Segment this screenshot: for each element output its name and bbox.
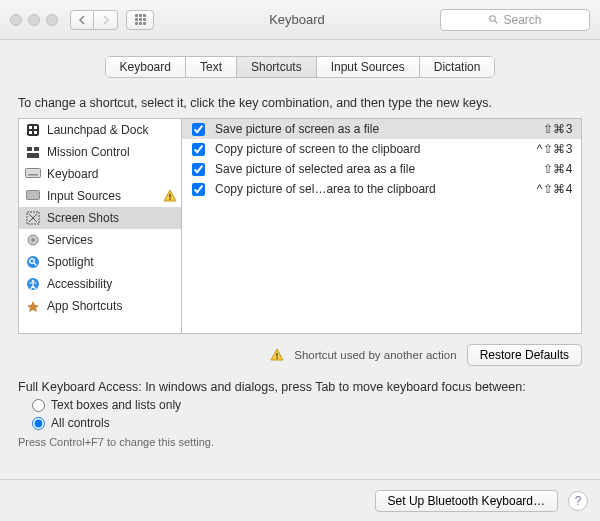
back-button[interactable]	[70, 10, 94, 30]
bluetooth-keyboard-button[interactable]: Set Up Bluetooth Keyboard…	[375, 490, 558, 512]
category-label: Mission Control	[47, 145, 130, 159]
shortcut-enable-checkbox[interactable]	[192, 163, 205, 176]
shortcut-keys[interactable]: ^⇧⌘4	[537, 182, 573, 196]
category-label: Accessibility	[47, 277, 112, 291]
help-button[interactable]: ?	[568, 491, 588, 511]
shortcut-keys[interactable]: ⇧⌘3	[543, 122, 573, 136]
svg-rect-10	[26, 169, 41, 178]
fka-label: Text boxes and lists only	[51, 398, 181, 412]
svg-rect-4	[34, 126, 37, 129]
svg-rect-12	[27, 191, 40, 200]
warning-icon	[163, 189, 177, 203]
svg-rect-8	[34, 147, 39, 151]
shortcut-row[interactable]: Save picture of screen as a file ⇧⌘3	[182, 119, 581, 139]
category-label: Keyboard	[47, 167, 98, 181]
tab-keyboard[interactable]: Keyboard	[106, 57, 186, 77]
category-accessibility[interactable]: Accessibility	[19, 273, 181, 295]
titlebar: Keyboard Search	[0, 0, 600, 40]
show-all-button[interactable]	[126, 10, 154, 30]
below-list-row: Shortcut used by another action Restore …	[18, 344, 582, 366]
svg-point-0	[490, 16, 496, 22]
category-label: Launchpad & Dock	[47, 123, 148, 137]
mission-control-icon	[25, 144, 41, 160]
shortcut-keys[interactable]: ⇧⌘4	[543, 162, 573, 176]
nav-buttons	[70, 10, 118, 30]
category-label: Spotlight	[47, 255, 94, 269]
category-spotlight[interactable]: Spotlight	[19, 251, 181, 273]
fka-radio-all-controls[interactable]	[32, 417, 45, 430]
footer: Set Up Bluetooth Keyboard… ?	[0, 479, 600, 521]
instruction-text: To change a shortcut, select it, click t…	[18, 96, 582, 110]
tab-shortcuts[interactable]: Shortcuts	[237, 57, 317, 77]
category-label: Input Sources	[47, 189, 121, 203]
tab-dictation[interactable]: Dictation	[420, 57, 495, 77]
svg-point-19	[31, 238, 35, 242]
conflict-note: Shortcut used by another action	[294, 349, 456, 361]
tab-text[interactable]: Text	[186, 57, 237, 77]
svg-line-1	[495, 21, 497, 23]
minimize-window[interactable]	[28, 14, 40, 26]
shortcut-row[interactable]: Save picture of selected area as a file …	[182, 159, 581, 179]
split-pane: Launchpad & Dock Mission Control Keyboar…	[18, 118, 582, 334]
shortcut-row[interactable]: Copy picture of screen to the clipboard …	[182, 139, 581, 159]
shortcut-enable-checkbox[interactable]	[192, 143, 205, 156]
svg-point-20	[27, 256, 39, 268]
shortcut-label: Copy picture of screen to the clipboard	[215, 142, 529, 156]
category-launchpad-dock[interactable]: Launchpad & Dock	[19, 119, 181, 141]
shortcut-keys[interactable]: ^⇧⌘3	[537, 142, 573, 156]
category-label: App Shortcuts	[47, 299, 122, 313]
tabs-row: Keyboard Text Shortcuts Input Sources Di…	[0, 56, 600, 78]
restore-defaults-button[interactable]: Restore Defaults	[467, 344, 582, 366]
app-shortcuts-icon	[25, 298, 41, 314]
fka-label: All controls	[51, 416, 110, 430]
search-placeholder: Search	[503, 13, 541, 27]
svg-rect-2	[27, 124, 39, 136]
launchpad-icon	[25, 122, 41, 138]
fka-option-all-controls[interactable]: All controls	[32, 416, 582, 430]
tab-input-sources[interactable]: Input Sources	[317, 57, 420, 77]
category-input-sources[interactable]: Input Sources	[19, 185, 181, 207]
services-icon	[25, 232, 41, 248]
window-controls	[10, 14, 58, 26]
svg-rect-11	[28, 174, 38, 176]
shortcut-row[interactable]: Copy picture of sel…area to the clipboar…	[182, 179, 581, 199]
svg-rect-13	[169, 194, 170, 198]
category-label: Screen Shots	[47, 211, 119, 225]
svg-rect-6	[34, 131, 37, 134]
zoom-window[interactable]	[46, 14, 58, 26]
svg-rect-7	[27, 147, 32, 151]
category-keyboard[interactable]: Keyboard	[19, 163, 181, 185]
search-input[interactable]: Search	[440, 9, 590, 31]
shortcut-label: Save picture of selected area as a file	[215, 162, 535, 176]
svg-rect-5	[29, 131, 32, 134]
tabs: Keyboard Text Shortcuts Input Sources Di…	[105, 56, 496, 78]
category-services[interactable]: Services	[19, 229, 181, 251]
fka-option-text-boxes[interactable]: Text boxes and lists only	[32, 398, 582, 412]
shortcut-enable-checkbox[interactable]	[192, 183, 205, 196]
warning-icon	[270, 348, 284, 362]
input-sources-icon	[25, 188, 41, 204]
shortcut-list[interactable]: Save picture of screen as a file ⇧⌘3 Cop…	[182, 118, 582, 334]
close-window[interactable]	[10, 14, 22, 26]
category-app-shortcuts[interactable]: App Shortcuts	[19, 295, 181, 317]
shortcut-label: Copy picture of sel…area to the clipboar…	[215, 182, 529, 196]
spotlight-icon	[25, 254, 41, 270]
svg-rect-9	[27, 153, 39, 158]
fka-radio-text-boxes[interactable]	[32, 399, 45, 412]
fka-hint: Press Control+F7 to change this setting.	[18, 436, 582, 448]
screenshot-icon	[25, 210, 41, 226]
svg-rect-26	[277, 358, 278, 359]
svg-rect-14	[169, 199, 170, 200]
category-screen-shots[interactable]: Screen Shots	[19, 207, 181, 229]
keyboard-icon	[25, 166, 41, 182]
shortcut-label: Save picture of screen as a file	[215, 122, 535, 136]
forward-button[interactable]	[94, 10, 118, 30]
svg-rect-25	[277, 353, 278, 357]
category-label: Services	[47, 233, 93, 247]
accessibility-icon	[25, 276, 41, 292]
category-mission-control[interactable]: Mission Control	[19, 141, 181, 163]
category-list[interactable]: Launchpad & Dock Mission Control Keyboar…	[18, 118, 182, 334]
shortcut-enable-checkbox[interactable]	[192, 123, 205, 136]
full-keyboard-access-heading: Full Keyboard Access: In windows and dia…	[18, 380, 582, 394]
search-icon	[488, 14, 499, 25]
